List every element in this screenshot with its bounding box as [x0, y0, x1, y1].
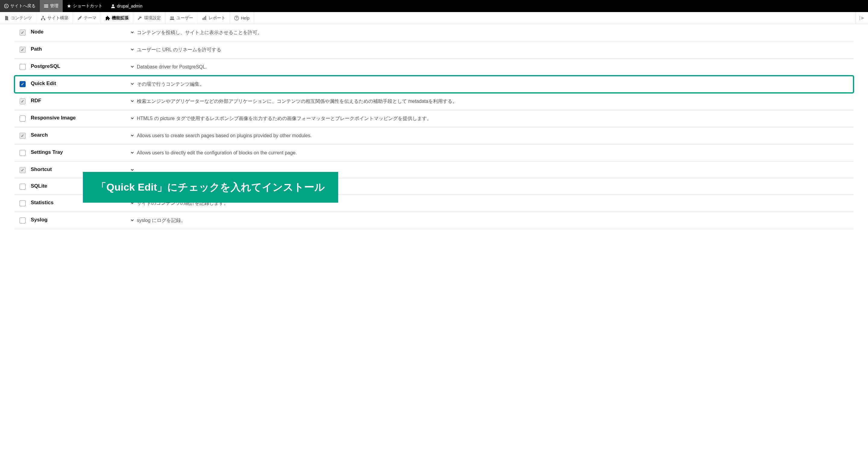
help-icon	[234, 16, 239, 21]
svg-rect-12	[205, 16, 206, 20]
puzzle-icon	[105, 16, 110, 21]
svg-rect-7	[44, 19, 45, 20]
checkbox-column	[14, 98, 31, 104]
tab-appearance[interactable]: テーマ	[73, 12, 101, 24]
module-checkbox	[20, 133, 26, 139]
chart-icon	[202, 16, 207, 21]
chevron-down-icon[interactable]	[130, 132, 134, 138]
checkbox-column	[14, 81, 31, 87]
svg-rect-3	[44, 7, 48, 7]
back-to-site-link[interactable]: サイトへ戻る	[0, 0, 40, 12]
chevron-down-icon[interactable]	[130, 46, 134, 52]
chevron-down-icon[interactable]	[130, 63, 134, 69]
tab-reports[interactable]: レポート	[198, 12, 230, 24]
module-checkbox	[20, 167, 26, 173]
module-checkbox[interactable]	[20, 115, 26, 121]
module-description-column: Allows users to directly edit the config…	[130, 149, 854, 157]
module-description: Allows users to directly edit the config…	[137, 149, 297, 157]
checkbox-column	[14, 149, 31, 156]
module-checkbox[interactable]	[20, 150, 26, 156]
tab-extend[interactable]: 機能拡張	[101, 12, 133, 24]
module-description-column: Allows users to create search pages base…	[130, 132, 854, 139]
tab-structure[interactable]: サイト構築	[36, 12, 73, 24]
wrench-icon	[137, 16, 142, 21]
module-name: Syslog	[31, 217, 130, 223]
module-row: RDF検索エンジンやアグリゲーターなどの外部アプリケーションに、コンテンツの相互…	[14, 93, 854, 110]
svg-rect-10	[203, 18, 204, 20]
checkbox-column	[14, 29, 31, 36]
user-icon	[111, 4, 115, 8]
module-description: その場で行うコンテンツ編集。	[137, 81, 204, 88]
tab-extend-label: 機能拡張	[112, 16, 129, 21]
checkbox-column	[14, 217, 31, 224]
module-name: Search	[31, 132, 130, 138]
module-checkbox[interactable]	[20, 200, 26, 206]
module-name: Shortcut	[31, 167, 130, 172]
module-name: Path	[31, 46, 130, 52]
tab-content-label: コンテンツ	[11, 16, 32, 21]
module-row: Pathユーザーに URL のリネームを許可する	[14, 41, 854, 58]
chevron-down-icon[interactable]	[130, 217, 134, 222]
tab-people-label: ユーザー	[176, 16, 193, 21]
module-row: Responsive ImageHTML5 の picture タグで使用するレ…	[14, 110, 854, 127]
module-description: コンテンツを投稿し、サイト上に表示させることを許可。	[137, 29, 262, 36]
module-description-column: Database driver for PostgreSQL.	[130, 63, 854, 70]
module-description-column: ユーザーに URL のリネームを許可する	[130, 46, 854, 53]
shortcuts-label: ショートカット	[73, 3, 102, 9]
user-link[interactable]: drupal_admin	[107, 0, 147, 12]
tab-structure-label: サイト構築	[47, 16, 68, 21]
collapse-icon	[860, 16, 864, 20]
admin-label: 管理	[50, 3, 59, 9]
module-checkbox	[20, 30, 26, 36]
tab-reports-label: レポート	[209, 16, 225, 21]
module-checkbox[interactable]	[20, 218, 26, 224]
collapse-toolbar-button[interactable]	[856, 12, 868, 24]
checkbox-column	[14, 183, 31, 190]
module-description-column: 検索エンジンやアグリゲーターなどの外部アプリケーションに、コンテンツの相互関係や…	[130, 98, 854, 105]
module-description: ユーザーに URL のリネームを許可する	[137, 46, 221, 53]
checkbox-column	[14, 132, 31, 139]
tab-configuration-label: 環境設定	[144, 16, 161, 21]
chevron-down-icon[interactable]	[130, 29, 134, 34]
module-description-column: syslog にログを記録。	[130, 217, 854, 224]
tab-help[interactable]: Help	[230, 12, 254, 24]
module-row: Settings TrayAllows users to directly ed…	[14, 144, 854, 162]
module-checkbox[interactable]	[20, 184, 26, 190]
tab-content[interactable]: コンテンツ	[0, 12, 36, 24]
instruction-callout: 「Quick Edit」にチェックを入れてインストール	[83, 172, 338, 203]
tab-configuration[interactable]: 環境設定	[133, 12, 165, 24]
svg-rect-11	[204, 17, 205, 20]
module-name: Responsive Image	[31, 115, 130, 121]
module-row: Nodeコンテンツを投稿し、サイト上に表示させることを許可。	[14, 24, 854, 41]
svg-point-8	[170, 16, 172, 18]
chevron-down-icon[interactable]	[130, 115, 134, 120]
module-name: Node	[31, 29, 130, 35]
svg-rect-5	[42, 16, 44, 17]
module-description: Allows users to create search pages base…	[137, 132, 312, 139]
chevron-down-icon[interactable]	[130, 149, 134, 155]
tab-people[interactable]: ユーザー	[165, 12, 198, 24]
tab-help-label: Help	[241, 16, 250, 21]
module-row: SearchAllows users to create search page…	[14, 127, 854, 144]
svg-rect-2	[44, 6, 48, 6]
module-row: PostgreSQLDatabase driver for PostgreSQL…	[14, 58, 854, 76]
admin-secondbar: コンテンツ サイト構築 テーマ 機能拡張 環境設定 ユーザー レポート Help	[0, 12, 868, 24]
chevron-down-icon[interactable]	[130, 167, 134, 172]
star-icon	[67, 4, 71, 8]
module-name: RDF	[31, 98, 130, 104]
module-description: Database driver for PostgreSQL.	[137, 63, 207, 70]
chevron-down-icon[interactable]	[130, 98, 134, 103]
svg-point-4	[112, 4, 114, 6]
module-name: Settings Tray	[31, 149, 130, 155]
admin-menu-toggle[interactable]: 管理	[40, 0, 63, 12]
module-name: PostgreSQL	[31, 63, 130, 69]
module-checkbox[interactable]	[20, 64, 26, 70]
hamburger-icon	[44, 4, 48, 8]
chevron-down-icon[interactable]	[130, 81, 134, 86]
svg-point-0	[4, 4, 8, 8]
checkbox-column	[14, 46, 31, 53]
shortcuts-link[interactable]: ショートカット	[63, 0, 107, 12]
module-checkbox[interactable]	[20, 81, 26, 87]
svg-point-9	[173, 16, 174, 18]
module-name: Quick Edit	[31, 81, 130, 87]
